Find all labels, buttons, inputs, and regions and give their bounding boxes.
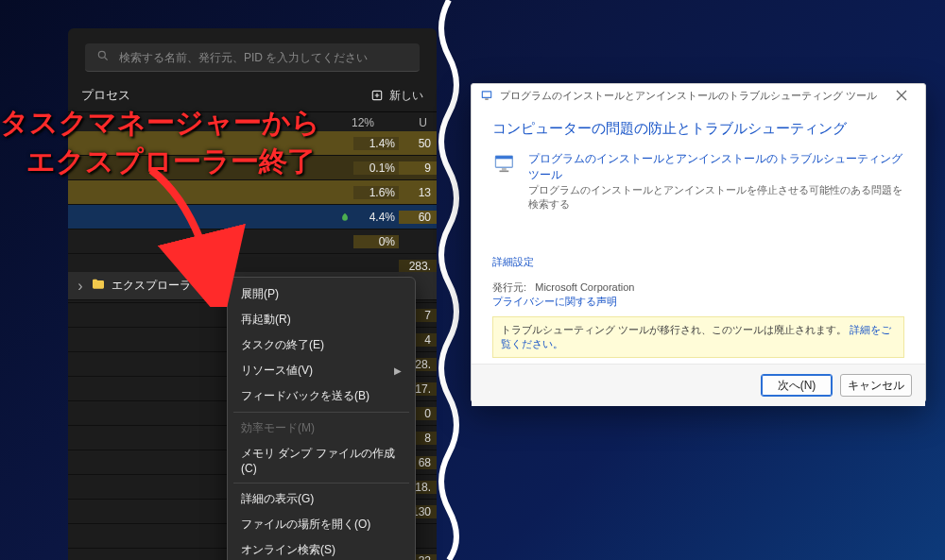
item-subtitle: プログラムのインストールとアンインストールを停止させる可能性のある問題を検索する: [528, 183, 904, 212]
menu-item-label: オンライン検索(S): [241, 542, 335, 558]
menu-item-label: リソース値(V): [241, 363, 313, 379]
tab-bar: プロセス 新しい: [68, 81, 437, 111]
new-task-icon: [370, 89, 384, 102]
menu-item: 効率モード(M): [228, 416, 415, 441]
value-cell: 50: [399, 137, 437, 150]
dialog-heading: コンピューターの問題の防止とトラブルシューティング: [492, 120, 904, 138]
svg-rect-6: [483, 93, 490, 97]
cpu-cell: 0.1%: [353, 161, 399, 175]
leaf-icon: [336, 212, 353, 222]
menu-separator: [233, 412, 409, 413]
svg-rect-11: [500, 171, 509, 173]
menu-item-label: フィードバックを送る(B): [241, 388, 369, 404]
svg-rect-10: [502, 168, 507, 170]
value-cell: 9: [399, 161, 437, 175]
process-row[interactable]: 1.4%50: [68, 131, 437, 156]
process-row[interactable]: 4.4%60: [68, 205, 437, 229]
cpu-cell: 4.4%: [353, 211, 399, 224]
new-task-button[interactable]: 新しい: [370, 88, 423, 104]
value-cell: 13: [399, 186, 437, 199]
cpu-cell: 1.4%: [353, 137, 399, 150]
column-headers: 12% U: [68, 112, 437, 131]
tab-processes[interactable]: プロセス: [81, 87, 130, 104]
deprecation-notice: トラブルシューティング ツールが移行され、このツールは廃止されます。 詳細をご覧…: [492, 316, 904, 358]
publisher-label: 発行元:: [492, 281, 526, 293]
menu-item[interactable]: 展開(P): [228, 281, 415, 307]
process-row[interactable]: 0.1%9: [68, 156, 437, 180]
item-title: プログラムのインストールとアンインストールのトラブルシューティング ツール: [528, 151, 904, 183]
search-input[interactable]: [119, 51, 408, 64]
menu-item-label: ファイルの場所を開く(O): [241, 517, 370, 533]
monitor-icon: [492, 151, 519, 178]
dialog-body: コンピューターの問題の防止とトラブルシューティング プログラムのインストールとア…: [472, 107, 925, 364]
value-cell: 60: [399, 211, 437, 224]
dialog-title-text: プログラムのインストールとアンインストールのトラブルシューティング ツール: [500, 89, 884, 103]
menu-item-label: 展開(P): [241, 286, 279, 302]
value-cell: 283.: [399, 260, 437, 273]
menu-item[interactable]: 詳細の表示(G): [228, 486, 415, 512]
col-header-2[interactable]: U: [393, 116, 427, 129]
search-icon: [96, 49, 110, 65]
menu-item[interactable]: リソース値(V)▶: [228, 358, 415, 383]
chevron-right-icon: ▶: [394, 365, 402, 376]
dialog-titlebar[interactable]: プログラムのインストールとアンインストールのトラブルシューティング ツール: [472, 84, 925, 107]
explorer-label: エクスプローラー: [112, 278, 202, 294]
folder-icon: [91, 277, 106, 296]
cpu-cell: 0%: [353, 235, 399, 248]
publisher-value: Microsoft Corporation: [535, 281, 634, 293]
search-container: [68, 28, 437, 81]
cpu-column-header[interactable]: 12%: [329, 116, 374, 129]
menu-item[interactable]: オンライン検索(S): [228, 537, 415, 560]
svg-line-1: [105, 58, 108, 60]
dialog-app-icon: [479, 88, 494, 103]
menu-item-label: 再起動(R): [241, 312, 291, 328]
cpu-cell: 1.6%: [353, 186, 399, 199]
advanced-link[interactable]: 詳細設定: [492, 255, 904, 269]
menu-separator: [233, 483, 409, 484]
cancel-button[interactable]: キャンセル: [840, 374, 912, 397]
menu-item-label: メモリ ダンプ ファイルの作成(C): [241, 446, 402, 475]
expand-chevron-icon[interactable]: ›: [76, 278, 85, 295]
menu-item[interactable]: 再起動(R): [228, 307, 415, 332]
process-row[interactable]: 1.6%13: [68, 180, 437, 205]
menu-item-label: 詳細の表示(G): [241, 491, 314, 507]
menu-item-label: 効率モード(M): [241, 420, 315, 436]
dialog-footer: 次へ(N) キャンセル: [472, 364, 925, 406]
troubleshooter-dialog: プログラムのインストールとアンインストールのトラブルシューティング ツール コン…: [471, 83, 926, 402]
svg-rect-9: [495, 156, 512, 159]
close-icon: [896, 90, 907, 101]
close-button[interactable]: [884, 84, 919, 107]
process-row[interactable]: 0%: [68, 229, 437, 254]
menu-item[interactable]: タスクの終了(E): [228, 332, 415, 358]
menu-item-label: タスクの終了(E): [241, 337, 324, 353]
search-field[interactable]: [85, 43, 420, 72]
menu-item[interactable]: フィードバックを送る(B): [228, 383, 415, 409]
svg-rect-7: [485, 99, 489, 100]
svg-point-0: [98, 51, 105, 58]
troubleshooter-item[interactable]: プログラムのインストールとアンインストールのトラブルシューティング ツール プロ…: [492, 151, 904, 212]
privacy-link[interactable]: プライバシーに関する声明: [492, 295, 904, 309]
menu-item[interactable]: ファイルの場所を開く(O): [228, 512, 415, 537]
menu-item[interactable]: メモリ ダンプ ファイルの作成(C): [228, 441, 415, 480]
next-button[interactable]: 次へ(N): [761, 374, 833, 397]
new-task-label: 新しい: [389, 88, 423, 104]
context-menu: 展開(P)再起動(R)タスクの終了(E)リソース値(V)▶フィードバックを送る(…: [227, 277, 416, 560]
troubleshooter-item-text: プログラムのインストールとアンインストールのトラブルシューティング ツール プロ…: [528, 151, 904, 212]
notice-text: トラブルシューティング ツールが移行され、このツールは廃止されます。: [501, 324, 847, 335]
publisher-line: 発行元: Microsoft Corporation: [492, 280, 904, 295]
